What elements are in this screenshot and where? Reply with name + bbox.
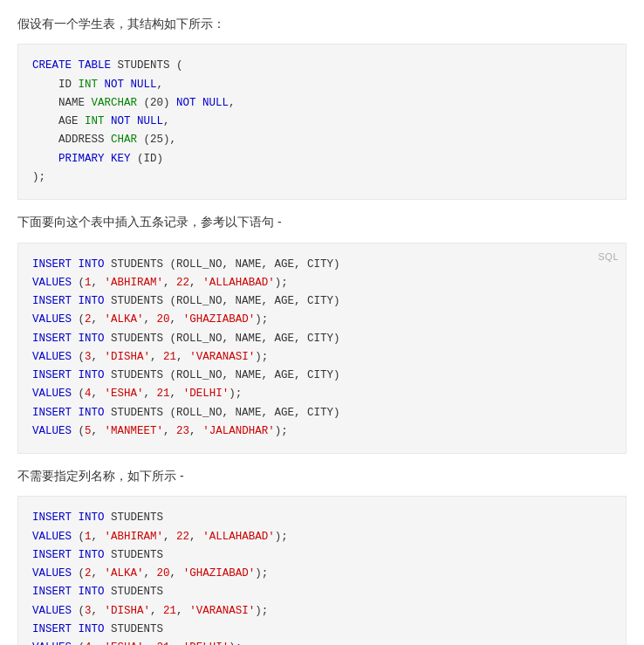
code-line-3: NAME VARCHAR (20) NOT NULL, bbox=[32, 94, 612, 113]
insert-line-3: INSERT INTO STUDENTS (ROLL_NO, NAME, AGE… bbox=[32, 292, 612, 311]
insert2-line-3: INSERT INTO STUDENTS bbox=[32, 546, 612, 565]
code-line-7: ); bbox=[32, 168, 612, 187]
insert2-line-2: VALUES (1, 'ABHIRAM', 22, 'ALLAHABAD'); bbox=[32, 528, 612, 546]
code-line-2: ID INT NOT NULL, bbox=[32, 76, 612, 94]
insert-line-4: VALUES (2, 'ALKA', 20, 'GHAZIABAD'); bbox=[32, 311, 612, 329]
insert-line-10: VALUES (5, 'MANMEET', 23, 'JALANDHAR'); bbox=[32, 422, 612, 441]
insert2-line-6: VALUES (3, 'DISHA', 21, 'VARANASI'); bbox=[32, 602, 612, 621]
insert-line-1: INSERT INTO STUDENTS (ROLL_NO, NAME, AGE… bbox=[32, 256, 612, 274]
insert2-line-1: INSERT INTO STUDENTS bbox=[32, 509, 612, 527]
insert-line-9: INSERT INTO STUDENTS (ROLL_NO, NAME, AGE… bbox=[32, 404, 612, 422]
code-line-5: ADDRESS CHAR (25), bbox=[32, 131, 612, 149]
insert2-line-4: VALUES (2, 'ALKA', 20, 'GHAZIABAD'); bbox=[32, 565, 612, 583]
insert-line-2: VALUES (1, 'ABHIRAM', 22, 'ALLAHABAD'); bbox=[32, 274, 612, 292]
insert2-line-7: INSERT INTO STUDENTS bbox=[32, 621, 612, 639]
code-line-1: CREATE TABLE STUDENTS ( bbox=[32, 57, 612, 75]
create-table-block: CREATE TABLE STUDENTS ( ID INT NOT NULL,… bbox=[17, 44, 627, 200]
sql-badge: SQL bbox=[598, 249, 619, 265]
insert2-line-5: INSERT INTO STUDENTS bbox=[32, 583, 612, 601]
insert-block-2: INSERT INTO STUDENTS VALUES (1, 'ABHIRAM… bbox=[17, 496, 627, 645]
insert-line-5: INSERT INTO STUDENTS (ROLL_NO, NAME, AGE… bbox=[32, 330, 612, 348]
code-line-4: AGE INT NOT NULL, bbox=[32, 113, 612, 131]
insert-line-7: INSERT INTO STUDENTS (ROLL_NO, NAME, AGE… bbox=[32, 367, 612, 385]
intro-text-2: 下面要向这个表中插入五条记录，参考以下语句 - bbox=[17, 212, 627, 231]
insert2-line-8: VALUES (4, 'ESHA', 21, 'DELHI'); bbox=[32, 639, 612, 645]
insert-line-6: VALUES (3, 'DISHA', 21, 'VARANASI'); bbox=[32, 348, 612, 367]
insert-line-8: VALUES (4, 'ESHA', 21, 'DELHI'); bbox=[32, 385, 612, 403]
intro-text-3: 不需要指定列名称，如下所示 - bbox=[17, 466, 627, 485]
intro-text-1: 假设有一个学生表，其结构如下所示： bbox=[17, 14, 627, 33]
insert-block-1: SQL INSERT INTO STUDENTS (ROLL_NO, NAME,… bbox=[17, 243, 627, 455]
code-line-6: PRIMARY KEY (ID) bbox=[32, 150, 612, 168]
